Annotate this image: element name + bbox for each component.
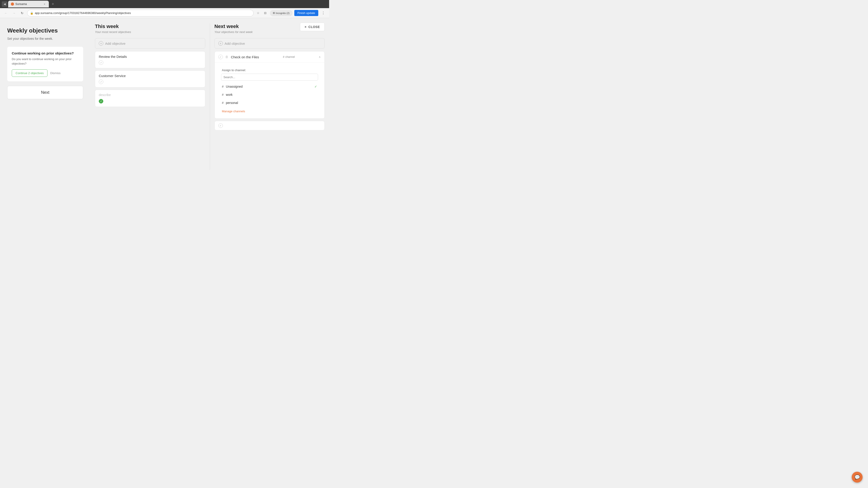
forward-button[interactable]: → <box>11 10 17 16</box>
describe-placeholder: describe <box>99 93 202 97</box>
sidebar-subtitle: Set your objectives for the week. <box>7 37 83 40</box>
this-week-title: This week <box>95 24 205 29</box>
refresh-button[interactable]: ↻ <box>19 10 25 16</box>
next-week-add-objective-button[interactable]: + Add objective <box>215 38 325 48</box>
address-bar[interactable]: 🔒 app.sunsama.com/group/1703182764469638… <box>27 10 254 17</box>
tab-close-button[interactable]: × <box>43 2 46 6</box>
this-week-column: This week Your most recent objectives + … <box>90 24 210 170</box>
sidebar-title: Weekly objectives <box>7 27 83 34</box>
back-icon: ← <box>4 11 7 15</box>
new-tab-button[interactable]: + <box>50 1 56 7</box>
profile-button[interactable]: ⊞ Incognito (2) <box>270 10 292 16</box>
add-circle-icon-next: + <box>218 41 223 46</box>
close-button[interactable]: × CLOSE <box>300 23 324 31</box>
channel-option-work-label: work <box>226 93 232 96</box>
calendar-icon[interactable]: 🗓 <box>225 55 229 59</box>
finish-update-button[interactable]: Finish update <box>294 10 318 16</box>
empty-check-card: ✓ <box>215 121 325 130</box>
customer-service-check[interactable]: ✓ <box>99 79 103 84</box>
channel-option-unassigned-label: Unassigned <box>226 85 243 88</box>
review-details-actions: ✓ <box>99 60 202 65</box>
channel-search-input[interactable] <box>221 74 318 80</box>
add-circle-icon: + <box>99 41 103 46</box>
bookmark-icon: ☆ <box>257 11 259 15</box>
review-details-card: Review the Details ✓ <box>95 51 205 68</box>
check-on-files-title: Check on the Files <box>231 55 259 59</box>
channel-tag[interactable]: # channel <box>283 55 295 59</box>
dismiss-button[interactable]: Dismiss <box>50 71 61 75</box>
check-icon-glyph: ✓ <box>100 61 102 64</box>
sunsama-favicon <box>11 2 14 6</box>
content-area: This week Your most recent objectives + … <box>90 18 329 175</box>
bookmark-button[interactable]: ☆ <box>255 10 261 16</box>
check-on-files-card: ✓ 🗓 Check on the Files # channel ∧ Assig… <box>215 51 325 119</box>
customer-service-title: Customer Service <box>99 74 202 78</box>
check-on-files-card-top: ✓ 🗓 Check on the Files # channel ∧ <box>215 52 324 62</box>
next-button[interactable]: Next <box>7 86 83 99</box>
reader-icon: ⊟ <box>264 11 267 15</box>
customer-service-card: Customer Service ✓ <box>95 70 205 88</box>
check-icon-glyph: ✓ <box>100 100 102 103</box>
refresh-icon: ↻ <box>21 11 24 15</box>
close-label: CLOSE <box>308 25 320 29</box>
continue-card-description: Do you want to continue working on your … <box>12 57 79 66</box>
check-icon-glyph: ✓ <box>219 56 221 59</box>
this-week-subtitle: Your most recent objectives <box>95 30 205 34</box>
lock-icon: 🔒 <box>30 11 33 15</box>
check-on-files-check[interactable]: ✓ <box>218 55 223 59</box>
channel-option-personal[interactable]: # personal <box>218 99 321 107</box>
back-button[interactable]: ← <box>3 10 9 16</box>
channel-name: channel <box>285 55 295 59</box>
active-tab[interactable]: Sunsama × <box>8 1 49 7</box>
review-details-check[interactable]: ✓ <box>99 60 103 65</box>
continue-card-title: Continue working on prior objectives? <box>12 51 79 55</box>
describe-check[interactable]: ✓ <box>99 99 103 103</box>
channel-selected-check: ✓ <box>314 85 317 88</box>
check-icon-glyph: ✓ <box>100 80 102 84</box>
address-bar-row: ← → ↻ 🔒 app.sunsama.com/group/1703182764… <box>0 8 329 18</box>
url-text: app.sunsama.com/group/17031827644696380/… <box>35 11 251 15</box>
continue-objectives-button[interactable]: Continue 2 objectives <box>12 69 48 77</box>
sidebar: Weekly objectives Set your objectives fo… <box>0 18 90 175</box>
chevron-up-icon: ∧ <box>319 55 321 59</box>
empty-check[interactable]: ✓ <box>218 123 223 128</box>
customer-service-actions: ✓ <box>99 79 202 84</box>
manage-channels-link[interactable]: Manage channels <box>218 107 321 116</box>
channel-option-personal-label: personal <box>226 101 238 105</box>
next-week-column: Next week Your objectives for next week … <box>210 24 329 170</box>
describe-card: describe ✓ <box>95 90 205 107</box>
hash-icon: # <box>283 55 285 59</box>
menu-icon: ⋮ <box>321 11 325 15</box>
tab-group-button[interactable]: ◀ <box>2 1 7 7</box>
reader-mode-button[interactable]: ⊟ <box>263 10 268 16</box>
hash-icon-work: # <box>222 93 224 96</box>
incognito-label: Incognito (2) <box>276 12 289 14</box>
next-week-add-objective-label: Add objective <box>225 41 245 45</box>
main-content: × CLOSE Weekly objectives Set your objec… <box>0 18 329 175</box>
continue-card: Continue working on prior objectives? Do… <box>7 47 83 81</box>
tab-bar: ◀ Sunsama × + <box>0 0 329 8</box>
hash-icon-unassigned: # <box>222 85 224 88</box>
browser-menu-button[interactable]: ⋮ <box>320 10 327 16</box>
continue-card-actions: Continue 2 objectives Dismiss <box>12 69 79 77</box>
close-icon: × <box>305 25 307 29</box>
channel-option-work[interactable]: # work <box>218 91 321 99</box>
check-icon-glyph: ✓ <box>219 124 221 127</box>
forward-icon: → <box>12 11 16 15</box>
channel-assign-section: Assign to channel: # Unassigned ✓ # work… <box>215 62 324 119</box>
tab-title: Sunsama <box>16 2 41 6</box>
assign-to-channel-label: Assign to channel: <box>218 65 321 74</box>
hash-icon-personal: # <box>222 101 224 105</box>
channel-option-unassigned[interactable]: # Unassigned ✓ <box>218 83 321 91</box>
tab-group-icon: ◀ <box>4 2 6 6</box>
add-objective-label: Add objective <box>105 41 125 45</box>
review-details-title: Review the Details <box>99 55 202 59</box>
extensions-icon: ⊞ <box>273 11 275 14</box>
this-week-add-objective-button[interactable]: + Add objective <box>95 38 205 48</box>
